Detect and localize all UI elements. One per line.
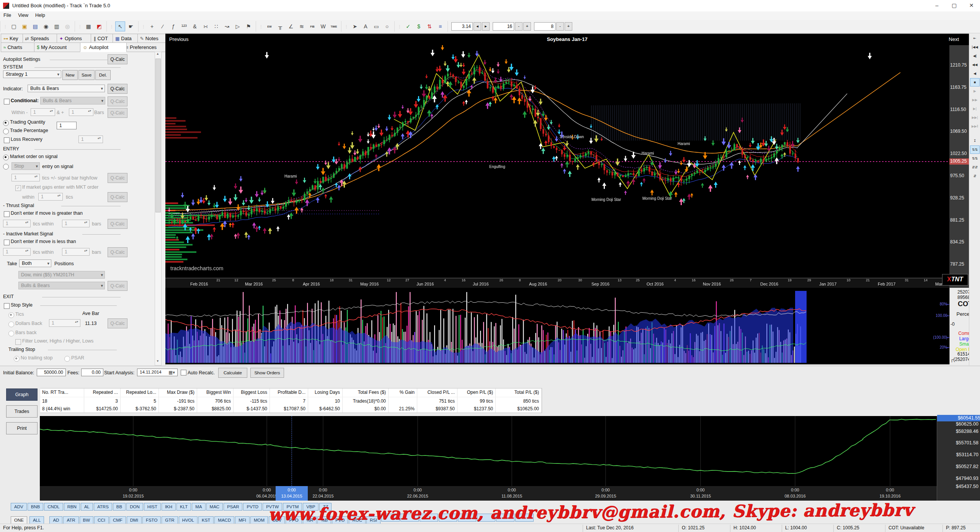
fib-retracement-icon[interactable]: ≋ (297, 21, 307, 31)
fast-forward-icon[interactable]: ▶▶ (970, 96, 980, 104)
no-trailing-radio[interactable] (14, 356, 20, 362)
histogram-tool-icon[interactable]: ╥ (275, 21, 285, 31)
tics-radio[interactable] (8, 312, 14, 318)
qchart-icon[interactable]: ◩ (94, 21, 104, 31)
within-minus-spinner[interactable]: 1 (31, 108, 55, 116)
hline-tool-icon[interactable]: ∺ (201, 21, 211, 31)
equity-tick-selected[interactable]: 0:0013.04.2015 (276, 486, 308, 501)
buy-sell-arrows-icon[interactable]: ⇅ (425, 21, 434, 31)
stats-header-cell[interactable]: Profitable D... (270, 388, 308, 397)
toolbar-spin-btn[interactable]: + (523, 22, 531, 31)
indicator-tab-dmi[interactable]: DMI (127, 516, 142, 524)
tick-settings-icon[interactable]: ≡ (435, 21, 445, 31)
sidebar-tab-spreads[interactable]: ⇄Spreads (23, 34, 60, 43)
calculate-button[interactable]: Calculate (218, 368, 247, 378)
overlay-tab-don[interactable]: DON (126, 503, 143, 511)
entry-tics-spinner[interactable]: 1 (11, 174, 40, 181)
toolbar-value-0[interactable]: 3.14 (451, 22, 473, 31)
overlay-tab-mac[interactable]: MAC (206, 503, 223, 511)
q-calc-button[interactable]: Q-Calc (108, 192, 127, 202)
thrust-bars-spinner[interactable]: 1 (62, 220, 90, 227)
overlay-tab-al[interactable]: AL (81, 503, 93, 511)
indicator-tab-cmf[interactable]: CMF (109, 516, 126, 524)
indicator-tab-all[interactable]: ALL (29, 516, 44, 524)
filter-checkbox[interactable] (15, 339, 21, 345)
indicator-tab-mfi[interactable]: MFI (235, 516, 250, 524)
hedge-indicator-select[interactable]: Bulls & Bears (18, 282, 105, 289)
overlay-tab-bnb[interactable]: BNB (28, 503, 44, 511)
toolbar-value-1[interactable]: 16 (493, 22, 514, 31)
sidebar-tab-options[interactable]: ✦Options (57, 34, 95, 43)
sidebar-tab-notes[interactable]: ✎Notes (137, 34, 169, 43)
seek-first-icon[interactable]: ⇤ (970, 34, 980, 42)
indicator-tab-one[interactable]: ONE (11, 516, 27, 524)
q-calc-button[interactable]: Q-Calc (108, 281, 127, 291)
stats-header-cell[interactable]: Total Fees ($) (343, 388, 389, 397)
gap-tics-spinner[interactable]: 1 (38, 193, 63, 201)
conditional-select[interactable]: Bulls & Bears (40, 97, 105, 104)
save-icon[interactable]: ▤ (30, 21, 40, 31)
stats-header-cell[interactable]: Max Draw ($) (159, 388, 197, 397)
overlay-tab-adv[interactable]: ADV (11, 503, 27, 511)
thrust-checkbox[interactable] (4, 211, 10, 217)
step-first-icon[interactable]: ◀| (970, 52, 980, 60)
seek-start-icon[interactable]: |◀◀ (970, 43, 980, 51)
loss-recovery-checkbox[interactable] (4, 137, 10, 143)
stats-header-cell[interactable]: Open P/L ($) (457, 388, 496, 397)
overlay-tab-cndl[interactable]: CNDL (44, 503, 63, 511)
indicator-tab-kst[interactable]: KST (198, 516, 214, 524)
overlay-tab-hist[interactable]: HIST (144, 503, 161, 511)
new-button[interactable]: New (62, 70, 78, 80)
tick-mode-1-icon[interactable]: ⇅⇅ (970, 145, 980, 154)
text-annotate-icon[interactable]: A (361, 21, 371, 31)
q-calc-button[interactable]: Q-Calc (108, 173, 127, 183)
indicator-select[interactable]: Bulls & Bears (28, 85, 105, 92)
overlay-tab-ma[interactable]: MA (192, 503, 205, 511)
toolbar-spin-btn[interactable]: ▸ (482, 22, 490, 31)
seek-last-icon[interactable]: ▶▶‖ (970, 122, 980, 131)
tick-mode-4-icon[interactable]: ⇵ (970, 172, 980, 180)
print-preview-icon[interactable]: ◎ (62, 21, 72, 31)
sidebar-tab-charts[interactable]: ≈Charts (1, 42, 38, 52)
indicator-tab-atr[interactable]: ATR (63, 516, 78, 524)
snapshot-camera-icon[interactable]: ◉ (41, 21, 51, 31)
print-icon[interactable]: ▥ (52, 21, 62, 31)
stats-header-cell[interactable]: Biggest Win (197, 388, 234, 397)
overlay-tab-bb[interactable]: BB (113, 503, 126, 511)
step-end-icon[interactable]: ▶| (970, 104, 980, 113)
q-calc-button[interactable]: Q-Calc (108, 247, 127, 257)
toolbar-spin-btn[interactable]: - (556, 22, 564, 31)
stats-header-cell[interactable]: Losing Days (308, 388, 343, 397)
new-document-icon[interactable]: ▢ (9, 21, 19, 31)
stop-icon[interactable]: ■ (970, 78, 980, 86)
q-calc-button[interactable]: Q-Calc (108, 108, 127, 118)
toolbar-spin-btn[interactable]: + (565, 22, 572, 31)
toolbar-value-2[interactable]: 8 (534, 22, 555, 31)
scroll-up-icon[interactable]: ▲ (155, 52, 160, 58)
take-both-select[interactable]: Both (19, 259, 51, 267)
step-back-icon[interactable]: ◀ (970, 69, 980, 78)
calendar-icon[interactable]: ▦▾ (168, 370, 175, 375)
indicator-tab-gtr[interactable]: GTR (162, 516, 178, 524)
del-button[interactable]: Del. (95, 70, 111, 80)
stats-header-cell[interactable]: Biggest Loss (234, 388, 270, 397)
stats-header-cell[interactable]: No. RT Tra... (40, 388, 84, 397)
overlay-tab-ikh[interactable]: IKH (162, 503, 176, 511)
hedge-contract-select[interactable]: Dow, mini ($5) YM2017H (18, 271, 105, 279)
notes-tool-icon[interactable]: ƒ (168, 21, 178, 31)
auto-recalc-checkbox[interactable] (181, 370, 186, 375)
main-chart-area[interactable]: trackntradecharts.com Harami3 Inside Dow… (165, 45, 949, 288)
play-icon[interactable]: ▶ (970, 87, 980, 95)
gap-mkt-checkbox[interactable]: ✓ (15, 185, 21, 191)
stop-style-checkbox[interactable] (4, 303, 10, 309)
scrollbar-thumb[interactable] (155, 59, 161, 212)
stop-type-select[interactable]: Stop (11, 162, 40, 170)
tick-mode-2-icon[interactable]: ⇅⇅ (970, 154, 980, 163)
stats-header-cell[interactable]: Repeated Lo... (121, 388, 159, 397)
menu-item-file[interactable]: File (0, 11, 15, 19)
within-plus-spinner[interactable]: 1 (69, 108, 93, 116)
elliott-wave-icon[interactable]: EW (265, 21, 274, 31)
scroll-down-icon[interactable]: ▼ (155, 359, 160, 365)
fees-input[interactable]: 0.00 (81, 369, 103, 376)
start-date-input[interactable]: 14.11.2014 ▦▾ (137, 369, 178, 376)
